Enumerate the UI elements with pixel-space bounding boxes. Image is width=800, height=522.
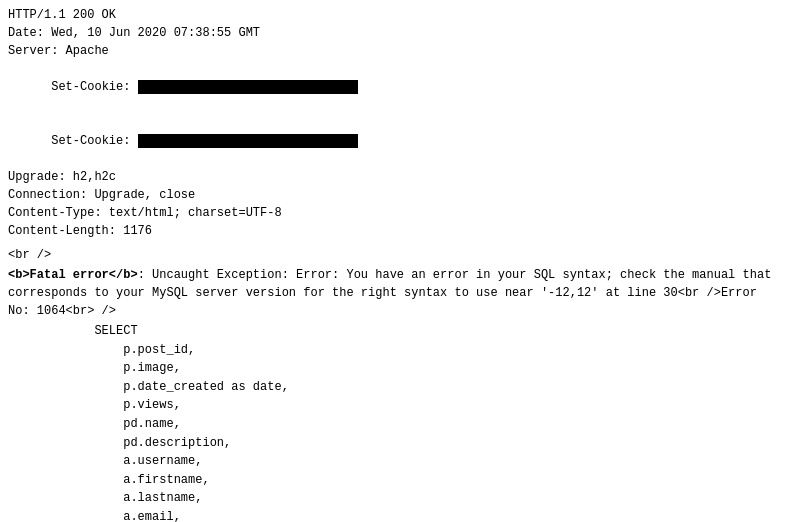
header-line-6: Upgrade: h2,h2c bbox=[8, 168, 792, 186]
header-line-2: Date: Wed, 10 Jun 2020 07:38:55 GMT bbox=[8, 24, 792, 42]
page-container: HTTP/1.1 200 OK Date: Wed, 10 Jun 2020 0… bbox=[0, 0, 800, 522]
header-line-8: Content-Type: text/html; charset=UTF-8 bbox=[8, 204, 792, 222]
error-line-3: No: 1064<br> /> bbox=[8, 302, 792, 320]
error-section: <b>Fatal error</b>: Uncaught Exception: … bbox=[8, 266, 792, 320]
cookie-2-redacted bbox=[138, 134, 358, 148]
error-text-3: No: 1064<br> /> bbox=[8, 304, 116, 318]
header-line-9: Content-Length: 1176 bbox=[8, 222, 792, 240]
header-set-cookie-2: Set-Cookie: bbox=[8, 114, 792, 168]
set-cookie-1-label: Set-Cookie: bbox=[51, 80, 137, 94]
error-line-1: <b>Fatal error</b>: Uncaught Exception: … bbox=[8, 266, 792, 284]
cookie-1-redacted bbox=[138, 80, 358, 94]
error-text-2: corresponds to your MySQL server version… bbox=[8, 286, 757, 300]
br-tag-text: <br /> bbox=[8, 246, 792, 264]
header-line-1: HTTP/1.1 200 OK bbox=[8, 6, 792, 24]
fatal-error-bold: <b>Fatal error</b> bbox=[8, 268, 138, 282]
error-text-1: : Uncaught Exception: Error: You have an… bbox=[138, 268, 772, 282]
header-line-7: Connection: Upgrade, close bbox=[8, 186, 792, 204]
header-set-cookie-1: Set-Cookie: bbox=[8, 60, 792, 114]
set-cookie-2-label: Set-Cookie: bbox=[51, 134, 137, 148]
error-line-2: corresponds to your MySQL server version… bbox=[8, 284, 792, 302]
header-line-3: Server: Apache bbox=[8, 42, 792, 60]
header-section: HTTP/1.1 200 OK Date: Wed, 10 Jun 2020 0… bbox=[8, 6, 792, 240]
sql-block: SELECT p.post_id, p.image, p.date_create… bbox=[8, 322, 792, 522]
